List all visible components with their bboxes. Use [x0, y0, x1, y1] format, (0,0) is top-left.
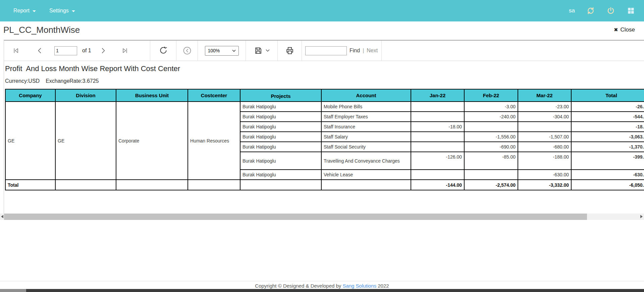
table-header-row: Company Division Business Unit Costcente… [5, 89, 644, 102]
scroll-left-arrow-icon[interactable] [1, 215, 3, 218]
feb-value-cell: -690.00 [464, 142, 518, 152]
column-header-account: Account [321, 89, 411, 102]
back-group [176, 41, 198, 61]
bottom-bar [0, 289, 644, 292]
settings-menu[interactable]: Settings [49, 8, 75, 14]
project-cell: Burak Hatipoglu [240, 132, 321, 142]
jan-value-cell [411, 102, 464, 112]
jan-value-cell: -18.00 [411, 122, 464, 132]
save-export-icon[interactable] [254, 46, 263, 55]
account-cell: Staff Social Security [321, 142, 411, 152]
empty-cell [116, 180, 188, 190]
report-table: Company Division Business Unit Costcente… [5, 89, 644, 190]
apps-grid-icon[interactable] [627, 6, 635, 15]
mar-value-cell: -630.00 [518, 170, 571, 180]
feb-value-cell: -240.00 [464, 112, 518, 122]
footer: Copyright © Designed & Developed bySang … [0, 281, 644, 289]
refresh-report-group [150, 41, 176, 61]
find-button[interactable]: Find [350, 48, 360, 54]
column-header-business-unit: Business Unit [116, 89, 188, 102]
report-subheader: Currency:USD ExchangeRate:3.6725 [5, 78, 644, 84]
refresh-report-icon[interactable] [159, 46, 168, 55]
feb-value-cell: -1,556.00 [464, 132, 518, 142]
mar-value-cell: -304.00 [518, 112, 571, 122]
user-label[interactable]: sa [569, 7, 575, 14]
column-header-jan-22: Jan-22 [411, 89, 464, 102]
project-cell: Burak Hatipoglu [240, 170, 321, 180]
find-input[interactable] [305, 46, 347, 55]
report-viewer-panel: of 1 100% [4, 40, 644, 214]
horizontal-scrollbar[interactable] [0, 214, 644, 220]
feb-total-cell: -2,574.00 [464, 180, 518, 190]
mar-value-cell: -680.00 [518, 142, 571, 152]
account-cell: Mobile Phone Bills [321, 102, 411, 112]
project-cell: Burak Hatipoglu [240, 112, 321, 122]
close-button-label: Close [621, 26, 635, 33]
business-unit-cell: Corporate [116, 102, 188, 180]
feb-value-cell: -3.00 [464, 102, 518, 112]
close-button[interactable]: ✖ Close [614, 26, 635, 33]
jan-value-cell [411, 112, 464, 122]
empty-cell [188, 180, 240, 190]
scroll-right-arrow-icon[interactable] [640, 215, 643, 218]
column-header-mar-22: Mar-22 [518, 89, 571, 102]
exchange-rate-label: ExchangeRate:3.6725 [46, 78, 99, 84]
back-arrow-icon[interactable] [182, 46, 192, 55]
page-number-input[interactable] [54, 46, 77, 55]
last-page-button[interactable] [121, 47, 129, 54]
chevron-down-icon[interactable] [266, 49, 270, 52]
report-body: Profit And Loss Month Wise Report With C… [4, 61, 644, 214]
zoom-group: 100% [198, 41, 246, 61]
jan-total-cell: -144.00 [411, 180, 464, 190]
jan-value-cell [411, 170, 464, 180]
account-cell: Staff Employer Taxes [321, 112, 411, 122]
next-page-button[interactable] [99, 47, 107, 54]
mar-value-cell: -1,507.00 [518, 132, 571, 142]
find-next-button[interactable]: Next [367, 48, 378, 54]
copyright-year: 2022 [378, 283, 389, 289]
settings-menu-label: Settings [49, 8, 69, 14]
zoom-select[interactable]: 100% [205, 46, 239, 56]
table-row: GE GE Corporate Human Resources Burak Ha… [5, 102, 644, 112]
project-cell: Burak Hatipoglu [240, 122, 321, 132]
first-page-button[interactable] [12, 47, 19, 54]
page-title: PL_CC_MonthWise [3, 25, 80, 35]
mar-total-cell: -3,332.00 [518, 180, 571, 190]
empty-cell [55, 180, 116, 190]
total-value-cell: -630.00 [571, 170, 644, 180]
jan-value-cell [411, 132, 464, 142]
print-group [278, 41, 302, 61]
power-icon[interactable] [606, 6, 615, 15]
copyright-text: Copyright © Designed & Developed by [255, 283, 341, 289]
mar-value-cell: -23.00 [518, 102, 571, 112]
find-group: Find | Next [302, 41, 382, 61]
report-menu[interactable]: Report [13, 8, 36, 14]
jan-value-cell [411, 142, 464, 152]
total-value-cell: -26.00 [571, 102, 644, 112]
grand-total-cell: -6,050.00 [571, 180, 644, 190]
report-title: Profit And Loss Month Wise Report With C… [5, 64, 644, 73]
report-menu-label: Report [13, 8, 30, 14]
footer-link[interactable]: Sang Solutions [342, 283, 376, 289]
print-icon[interactable] [285, 46, 294, 55]
find-separator: | [363, 48, 364, 54]
table-total-row: Total -144.00 -2,574.00 -3,332.00 -6,050… [5, 180, 644, 190]
currency-label: Currency:USD [5, 78, 40, 84]
account-cell: Staff Insurance [321, 122, 411, 132]
empty-cell [321, 180, 411, 190]
total-value-cell: -18.00 [571, 122, 644, 132]
refresh-icon[interactable] [586, 6, 595, 15]
company-cell: GE [5, 102, 55, 180]
scrollbar-thumb[interactable] [4, 214, 587, 220]
previous-page-button[interactable] [36, 47, 44, 54]
feb-value-cell: -85.00 [464, 152, 518, 170]
total-value-cell: -3,063.00 [571, 132, 644, 142]
jan-value-cell: -126.00 [411, 152, 464, 170]
column-header-total: Total [571, 89, 644, 102]
zoom-select-value: 100% [208, 48, 220, 53]
page-count-label: of 1 [82, 48, 91, 54]
app-window: Report Settings sa PL_CC_MonthWise ✖ [0, 0, 644, 292]
feb-value-cell [464, 170, 518, 180]
total-label-cell: Total [5, 180, 55, 190]
bottom-bar-segment [0, 289, 26, 292]
